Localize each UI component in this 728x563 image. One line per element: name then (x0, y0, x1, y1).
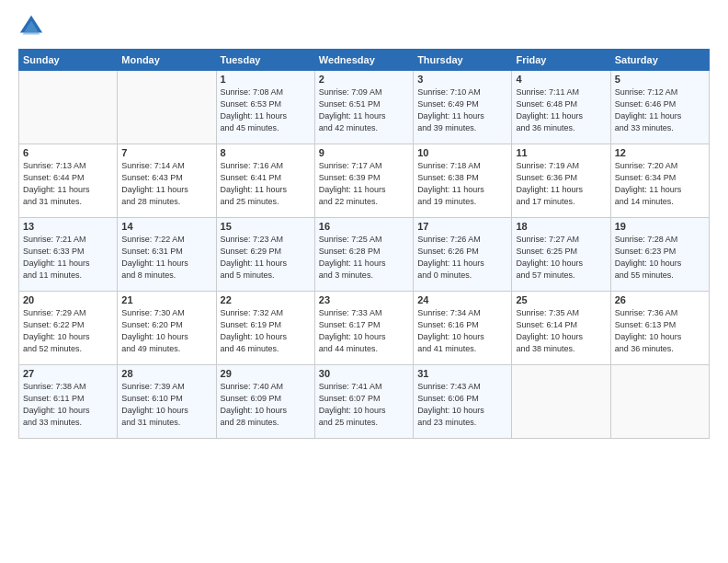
day-cell: 12Sunrise: 7:20 AM Sunset: 6:34 PM Dayli… (610, 144, 709, 218)
day-cell: 31Sunrise: 7:43 AM Sunset: 6:06 PM Dayli… (414, 365, 512, 439)
week-row-3: 13Sunrise: 7:21 AM Sunset: 6:33 PM Dayli… (19, 218, 710, 292)
day-cell: 3Sunrise: 7:10 AM Sunset: 6:49 PM Daylig… (414, 71, 512, 144)
day-cell: 6Sunrise: 7:13 AM Sunset: 6:44 PM Daylig… (19, 144, 118, 218)
day-cell: 23Sunrise: 7:33 AM Sunset: 6:17 PM Dayli… (314, 292, 413, 365)
day-info: Sunrise: 7:33 AM Sunset: 6:17 PM Dayligh… (319, 307, 409, 355)
day-number: 7 (121, 147, 211, 158)
day-number: 27 (23, 368, 113, 379)
day-number: 15 (221, 221, 311, 232)
day-cell: 14Sunrise: 7:22 AM Sunset: 6:31 PM Dayli… (118, 218, 216, 292)
day-cell: 9Sunrise: 7:17 AM Sunset: 6:39 PM Daylig… (314, 144, 413, 218)
day-info: Sunrise: 7:11 AM Sunset: 6:48 PM Dayligh… (516, 86, 606, 134)
day-cell: 29Sunrise: 7:40 AM Sunset: 6:09 PM Dayli… (216, 365, 314, 439)
day-info: Sunrise: 7:26 AM Sunset: 6:26 PM Dayligh… (417, 234, 507, 282)
header (18, 14, 710, 40)
day-info: Sunrise: 7:23 AM Sunset: 6:29 PM Dayligh… (221, 234, 311, 282)
day-info: Sunrise: 7:34 AM Sunset: 6:16 PM Dayligh… (417, 307, 507, 355)
day-cell: 30Sunrise: 7:41 AM Sunset: 6:07 PM Dayli… (314, 365, 413, 439)
day-number: 10 (417, 147, 507, 158)
day-info: Sunrise: 7:08 AM Sunset: 6:53 PM Dayligh… (221, 86, 311, 134)
logo-icon (18, 14, 44, 40)
day-cell: 25Sunrise: 7:35 AM Sunset: 6:14 PM Dayli… (512, 292, 610, 365)
day-cell (610, 365, 709, 439)
day-number: 19 (615, 221, 705, 232)
day-number: 17 (417, 221, 507, 232)
day-info: Sunrise: 7:12 AM Sunset: 6:46 PM Dayligh… (615, 86, 705, 134)
day-info: Sunrise: 7:20 AM Sunset: 6:34 PM Dayligh… (615, 160, 705, 208)
day-cell: 26Sunrise: 7:36 AM Sunset: 6:13 PM Dayli… (610, 292, 709, 365)
col-header-wednesday: Wednesday (314, 50, 413, 71)
day-cell: 21Sunrise: 7:30 AM Sunset: 6:20 PM Dayli… (118, 292, 216, 365)
day-cell: 20Sunrise: 7:29 AM Sunset: 6:22 PM Dayli… (19, 292, 118, 365)
col-header-monday: Monday (118, 50, 216, 71)
day-number: 30 (319, 368, 409, 379)
day-info: Sunrise: 7:28 AM Sunset: 6:23 PM Dayligh… (615, 234, 705, 282)
day-number: 31 (417, 368, 507, 379)
day-number: 26 (615, 294, 705, 305)
day-info: Sunrise: 7:19 AM Sunset: 6:36 PM Dayligh… (516, 160, 606, 208)
col-header-sunday: Sunday (19, 50, 118, 71)
day-info: Sunrise: 7:22 AM Sunset: 6:31 PM Dayligh… (121, 234, 211, 282)
logo (18, 14, 48, 40)
day-info: Sunrise: 7:29 AM Sunset: 6:22 PM Dayligh… (23, 307, 113, 355)
day-cell: 22Sunrise: 7:32 AM Sunset: 6:19 PM Dayli… (216, 292, 314, 365)
day-cell: 13Sunrise: 7:21 AM Sunset: 6:33 PM Dayli… (19, 218, 118, 292)
day-number: 2 (319, 74, 409, 85)
day-info: Sunrise: 7:14 AM Sunset: 6:43 PM Dayligh… (121, 160, 211, 208)
day-info: Sunrise: 7:10 AM Sunset: 6:49 PM Dayligh… (417, 86, 507, 134)
day-cell: 10Sunrise: 7:18 AM Sunset: 6:38 PM Dayli… (414, 144, 512, 218)
day-cell: 18Sunrise: 7:27 AM Sunset: 6:25 PM Dayli… (512, 218, 610, 292)
day-cell: 5Sunrise: 7:12 AM Sunset: 6:46 PM Daylig… (610, 71, 709, 144)
day-info: Sunrise: 7:17 AM Sunset: 6:39 PM Dayligh… (319, 160, 409, 208)
day-info: Sunrise: 7:38 AM Sunset: 6:11 PM Dayligh… (23, 381, 113, 429)
day-number: 23 (319, 294, 409, 305)
day-info: Sunrise: 7:36 AM Sunset: 6:13 PM Dayligh… (615, 307, 705, 355)
day-number: 29 (221, 368, 311, 379)
page: SundayMondayTuesdayWednesdayThursdayFrid… (0, 0, 728, 563)
day-info: Sunrise: 7:41 AM Sunset: 6:07 PM Dayligh… (319, 381, 409, 429)
day-cell: 1Sunrise: 7:08 AM Sunset: 6:53 PM Daylig… (216, 71, 314, 144)
day-info: Sunrise: 7:40 AM Sunset: 6:09 PM Dayligh… (221, 381, 311, 429)
day-cell (19, 71, 118, 144)
day-number: 20 (23, 294, 113, 305)
day-number: 28 (121, 368, 211, 379)
day-number: 22 (221, 294, 311, 305)
day-cell (512, 365, 610, 439)
col-header-friday: Friday (512, 50, 610, 71)
day-number: 16 (319, 221, 409, 232)
day-cell: 24Sunrise: 7:34 AM Sunset: 6:16 PM Dayli… (414, 292, 512, 365)
day-info: Sunrise: 7:32 AM Sunset: 6:19 PM Dayligh… (221, 307, 311, 355)
day-number: 14 (121, 221, 211, 232)
week-row-2: 6Sunrise: 7:13 AM Sunset: 6:44 PM Daylig… (19, 144, 710, 218)
day-number: 1 (221, 74, 311, 85)
day-info: Sunrise: 7:21 AM Sunset: 6:33 PM Dayligh… (23, 234, 113, 282)
day-info: Sunrise: 7:13 AM Sunset: 6:44 PM Dayligh… (23, 160, 113, 208)
day-cell: 19Sunrise: 7:28 AM Sunset: 6:23 PM Dayli… (610, 218, 709, 292)
day-info: Sunrise: 7:25 AM Sunset: 6:28 PM Dayligh… (319, 234, 409, 282)
day-cell: 7Sunrise: 7:14 AM Sunset: 6:43 PM Daylig… (118, 144, 216, 218)
col-header-tuesday: Tuesday (216, 50, 314, 71)
day-number: 24 (417, 294, 507, 305)
day-cell: 17Sunrise: 7:26 AM Sunset: 6:26 PM Dayli… (414, 218, 512, 292)
day-info: Sunrise: 7:16 AM Sunset: 6:41 PM Dayligh… (221, 160, 311, 208)
day-info: Sunrise: 7:27 AM Sunset: 6:25 PM Dayligh… (516, 234, 606, 282)
day-info: Sunrise: 7:35 AM Sunset: 6:14 PM Dayligh… (516, 307, 606, 355)
week-row-5: 27Sunrise: 7:38 AM Sunset: 6:11 PM Dayli… (19, 365, 710, 439)
week-row-1: 1Sunrise: 7:08 AM Sunset: 6:53 PM Daylig… (19, 71, 710, 144)
week-row-4: 20Sunrise: 7:29 AM Sunset: 6:22 PM Dayli… (19, 292, 710, 365)
day-cell: 16Sunrise: 7:25 AM Sunset: 6:28 PM Dayli… (314, 218, 413, 292)
day-cell: 8Sunrise: 7:16 AM Sunset: 6:41 PM Daylig… (216, 144, 314, 218)
day-info: Sunrise: 7:30 AM Sunset: 6:20 PM Dayligh… (121, 307, 211, 355)
day-number: 18 (516, 221, 606, 232)
day-cell: 4Sunrise: 7:11 AM Sunset: 6:48 PM Daylig… (512, 71, 610, 144)
col-header-saturday: Saturday (610, 50, 709, 71)
day-number: 9 (319, 147, 409, 158)
day-info: Sunrise: 7:43 AM Sunset: 6:06 PM Dayligh… (417, 381, 507, 429)
day-cell: 28Sunrise: 7:39 AM Sunset: 6:10 PM Dayli… (118, 365, 216, 439)
day-cell (118, 71, 216, 144)
day-number: 11 (516, 147, 606, 158)
col-header-thursday: Thursday (414, 50, 512, 71)
day-number: 5 (615, 74, 705, 85)
day-number: 21 (121, 294, 211, 305)
day-info: Sunrise: 7:39 AM Sunset: 6:10 PM Dayligh… (121, 381, 211, 429)
